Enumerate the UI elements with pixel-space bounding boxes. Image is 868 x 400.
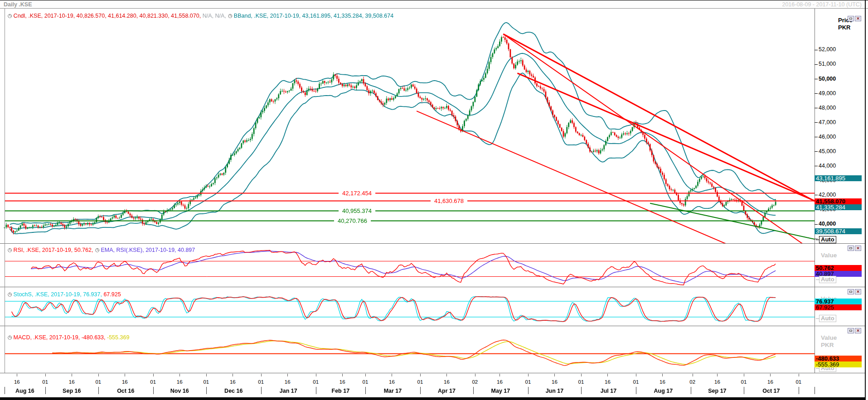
- legend-macd[interactable]: MACD, .KSE, 2017-10-19, -480.633,: [14, 334, 106, 341]
- macd-axis-unit: PKR: [821, 342, 834, 348]
- bottom-scrollbar[interactable]: [0, 397, 865, 400]
- chart-date-range: 2016-08-09 - 2017-11-10 (UTC): [782, 1, 862, 8]
- x-axis-month-label: Sep 17: [691, 388, 744, 394]
- x-axis-month-label: Apr 17: [420, 388, 473, 394]
- x-axis-minor-label: 01: [793, 379, 805, 385]
- macd-axis-column: ✕ Value PKR Auto -480.633-555.369: [815, 327, 865, 373]
- x-axis-minor-label: 02: [687, 379, 698, 385]
- panel-separator: [0, 373, 865, 373]
- price-axis-tick: 45,000: [815, 148, 836, 154]
- legend-rsi[interactable]: RSI, .KSE, 2017-10-19, 50.762,: [14, 247, 93, 253]
- panel-separator: [0, 243, 865, 244]
- x-axis-month-label: Jul 17: [581, 388, 636, 394]
- x-axis-month-label: Sep 16: [45, 388, 98, 394]
- x-axis-tick: [179, 374, 180, 376]
- close-icon[interactable]: ✕: [855, 289, 861, 294]
- x-axis-tick: [554, 374, 555, 376]
- x-axis-minor-label: 16: [119, 379, 131, 385]
- legend-stoch-k[interactable]: StochS, .KSE, 2017-10-19, 76.937,: [14, 291, 102, 298]
- price-axis-tick: 49,000: [815, 90, 836, 96]
- x-axis-minor-label: 16: [494, 379, 505, 385]
- x-axis-minor-label: 01: [39, 379, 51, 385]
- x-axis-tick: [206, 374, 207, 376]
- last-value-badge: -555.369: [815, 361, 862, 367]
- restore-icon[interactable]: [848, 246, 854, 251]
- indicator-clock-icon: ◷: [8, 13, 12, 18]
- stoch-axis-column: ✕ Value Auto 76.93767.925: [815, 288, 865, 326]
- x-axis-month-label: Dec 16: [206, 388, 261, 394]
- panel-separator: [0, 326, 865, 326]
- legend-stoch-d[interactable]: 67.925: [103, 291, 121, 298]
- panel-separator: [0, 287, 865, 287]
- price-axis-tick: 48,000: [815, 105, 836, 111]
- x-axis-month-separator: [815, 387, 815, 394]
- x-axis-minor-label: 01: [575, 379, 587, 385]
- x-axis-month-label: May 17: [473, 388, 528, 394]
- chart-window: Daily .KSE 2016-08-09 - 2017-11-10 (UTC)…: [0, 0, 868, 400]
- x-axis-tick: [446, 374, 447, 376]
- macd-axis-title: Value: [821, 334, 837, 341]
- x-axis-minor-label: 16: [548, 379, 560, 385]
- legend-candle[interactable]: Cndl, .KSE, 2017-10-19, 40,826.570, 41,6…: [14, 13, 201, 19]
- x-axis-month-label: Aug 16: [5, 388, 45, 394]
- x-axis-month-label: Mar 17: [365, 388, 420, 394]
- x-axis-tick: [693, 374, 693, 376]
- price-axis-tick: 47,000: [815, 119, 836, 125]
- x-axis-tick: [261, 374, 262, 376]
- close-icon[interactable]: ✕: [855, 16, 861, 21]
- price-axis-tick: 40,000: [815, 221, 836, 227]
- x-axis-minor-label: 16: [174, 379, 185, 385]
- x-axis-minor-label: 01: [414, 379, 426, 385]
- rsi-legend: ◷RSI, .KSE, 2017-10-19, 50.762, ◷EMA, RS…: [7, 246, 195, 253]
- x-axis-minor-label: 16: [601, 379, 613, 385]
- x-axis-tick: [528, 374, 529, 376]
- x-axis-month-label: Aug 17: [636, 388, 691, 394]
- rsi-auto-scale-button[interactable]: Auto: [819, 276, 836, 283]
- last-value-badge: 43,161.895: [815, 175, 862, 181]
- plot-left-border: [5, 9, 5, 373]
- close-icon[interactable]: ✕: [855, 246, 861, 251]
- close-icon[interactable]: ✕: [855, 328, 861, 333]
- macd-legend: ◷MACD, .KSE, 2017-10-19, -480.633, -555.…: [7, 334, 129, 341]
- x-axis-minor-label: 16: [711, 379, 723, 385]
- x-axis-month-label: Oct 17: [744, 388, 799, 394]
- x-axis-tick: [45, 374, 46, 376]
- x-axis-tick: [717, 374, 718, 376]
- legend-bband[interactable]: BBand, .KSE, 2017-10-19, 43,161.895, 41,…: [234, 13, 393, 19]
- restore-icon[interactable]: [848, 328, 854, 333]
- chart-titlebar: Daily .KSE 2016-08-09 - 2017-11-10 (UTC): [0, 0, 868, 9]
- restore-icon[interactable]: [848, 16, 854, 21]
- x-axis-tick: [607, 374, 608, 376]
- x-axis-tick: [233, 374, 233, 376]
- x-axis-tick: [662, 374, 663, 376]
- indicator-clock-icon: ◷: [8, 247, 12, 252]
- price-axis-tick: 46,000: [815, 134, 836, 140]
- x-axis-minor-label: 16: [11, 379, 23, 385]
- price-axis-tick: 51,000: [815, 61, 836, 67]
- x-axis-tick: [287, 374, 288, 376]
- price-axis-unit: PKR: [838, 24, 850, 31]
- price-chart-canvas[interactable]: [0, 9, 815, 243]
- price-auto-scale-button[interactable]: Auto: [819, 236, 836, 243]
- x-axis-month-label: Feb 17: [316, 388, 365, 394]
- legend-macd-signal[interactable]: -555.369: [107, 334, 129, 341]
- price-axis-tick: 52,000: [815, 46, 836, 53]
- x-axis-tick: [342, 374, 343, 376]
- legend-rsi-ema[interactable]: EMA, RSI(.KSE), 2017-10-19, 40.897: [101, 247, 195, 253]
- x-axis-tick: [72, 374, 72, 376]
- x-axis-tick: [17, 374, 17, 376]
- x-axis-tick: [420, 374, 421, 376]
- x-axis-minor-label: 01: [738, 379, 750, 385]
- x-axis-tick: [770, 374, 771, 376]
- x-axis-tick: [499, 374, 500, 376]
- stoch-legend: ◷StochS, .KSE, 2017-10-19, 76.937, 67.92…: [7, 291, 121, 298]
- x-axis-minor-label: 16: [336, 379, 348, 385]
- x-axis-minor-label: 16: [656, 379, 668, 385]
- stoch-chart-canvas[interactable]: [0, 288, 815, 326]
- restore-icon[interactable]: [848, 289, 854, 294]
- x-axis-tick: [125, 374, 125, 376]
- stoch-auto-scale-button[interactable]: Auto: [819, 315, 836, 322]
- x-axis-minor-label: 01: [310, 379, 322, 385]
- last-value-badge: 67.925: [815, 304, 862, 310]
- x-axis-minor-label: 01: [200, 379, 212, 385]
